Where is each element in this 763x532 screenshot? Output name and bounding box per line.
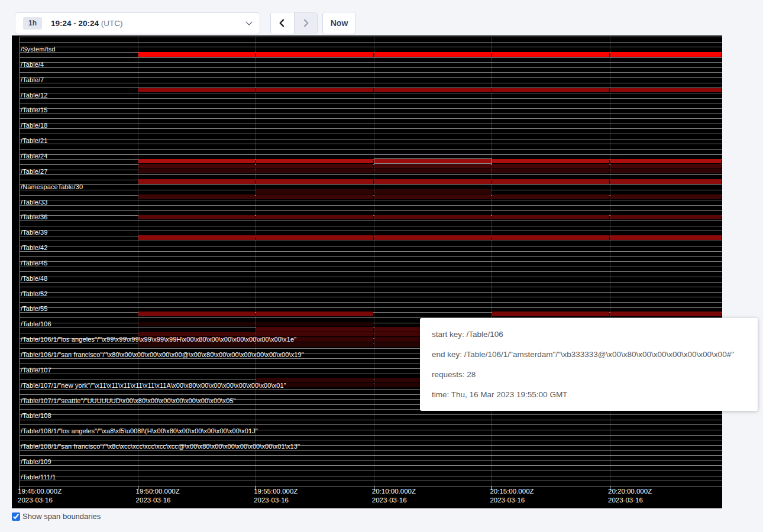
heatmap-band[interactable] bbox=[256, 322, 373, 327]
prev-time-button[interactable] bbox=[271, 12, 294, 34]
next-time-button[interactable] bbox=[294, 12, 318, 34]
heatmap-band[interactable] bbox=[492, 312, 609, 316]
heatmap-band[interactable] bbox=[138, 52, 256, 57]
heatmap-cell-highlighted[interactable] bbox=[374, 158, 493, 164]
chevron-right-icon bbox=[301, 18, 311, 28]
heatmap-band[interactable] bbox=[138, 164, 256, 168]
x-axis-date-label: 2023-03-16 bbox=[490, 497, 525, 504]
heatmap-band[interactable] bbox=[610, 235, 722, 240]
heatmap-band[interactable] bbox=[256, 327, 373, 332]
row-label: /Table/15 bbox=[21, 106, 48, 113]
span-boundary-line bbox=[20, 246, 722, 246]
heatmap-band[interactable] bbox=[610, 52, 722, 57]
heatmap-band[interactable] bbox=[138, 322, 256, 327]
heatmap-band[interactable] bbox=[610, 164, 722, 168]
row-label: /Table/107/1/"new york"/"\x11\x11\x11\x1… bbox=[21, 382, 286, 389]
heatmap-band[interactable] bbox=[374, 169, 492, 174]
span-boundary-line bbox=[20, 481, 722, 481]
span-boundary-line bbox=[20, 450, 722, 451]
heatmap-band[interactable] bbox=[492, 52, 609, 57]
row-label: /NamespaceTable/30 bbox=[21, 183, 83, 190]
range-time-text: 19:24 - 20:24 bbox=[51, 19, 99, 28]
heatmap-band[interactable] bbox=[492, 164, 609, 168]
heatmap-band[interactable] bbox=[374, 215, 492, 220]
heatmap-band[interactable] bbox=[610, 312, 722, 316]
span-boundary-line bbox=[20, 486, 722, 486]
span-boundary-line bbox=[20, 251, 722, 252]
heatmap-band[interactable] bbox=[138, 179, 256, 184]
span-boundary-line bbox=[20, 241, 722, 241]
span-boundary-line bbox=[20, 261, 722, 262]
tooltip-start-key: start key: /Table/106 bbox=[432, 325, 746, 345]
span-boundary-line bbox=[20, 144, 722, 144]
heatmap-band[interactable] bbox=[256, 169, 373, 174]
key-visualizer-canvas[interactable]: /System/tsd/Table/4/Table/7/Table/12/Tab… bbox=[12, 35, 722, 508]
show-span-boundaries-checkbox[interactable] bbox=[12, 512, 20, 521]
x-axis-date-label: 2023-03-16 bbox=[372, 497, 407, 504]
heatmap-band[interactable] bbox=[374, 179, 492, 184]
heatmap-band[interactable] bbox=[374, 88, 492, 93]
heatmap-band[interactable] bbox=[374, 52, 492, 57]
heatmap-band[interactable] bbox=[492, 159, 609, 164]
span-boundary-line bbox=[20, 226, 722, 226]
heatmap-band[interactable] bbox=[374, 194, 492, 199]
span-boundary-line bbox=[20, 154, 722, 155]
heatmap-band[interactable] bbox=[256, 159, 373, 164]
heatmap-band[interactable] bbox=[492, 169, 609, 174]
heatmap-band[interactable] bbox=[610, 215, 722, 220]
show-span-boundaries-control[interactable]: Show span boundaries bbox=[12, 512, 101, 521]
heatmap-band[interactable] bbox=[138, 169, 256, 174]
heatmap-band[interactable] bbox=[256, 189, 373, 194]
heatmap-band[interactable] bbox=[138, 88, 256, 93]
heatmap-band[interactable] bbox=[256, 164, 373, 168]
heatmap-band[interactable] bbox=[492, 215, 609, 220]
heatmap-band[interactable] bbox=[610, 169, 722, 174]
heatmap-band[interactable] bbox=[610, 159, 722, 164]
x-axis-time-label: 20:15:00.000Z bbox=[490, 488, 534, 495]
heatmap-band[interactable] bbox=[256, 52, 373, 57]
heatmap-band[interactable] bbox=[492, 235, 609, 240]
heatmap-band[interactable] bbox=[492, 194, 609, 199]
heatmap-band[interactable] bbox=[492, 179, 609, 184]
span-boundary-line bbox=[20, 460, 722, 461]
row-label: /Table/42 bbox=[21, 244, 48, 251]
heatmap-band[interactable] bbox=[256, 215, 373, 220]
heatmap-band[interactable] bbox=[374, 235, 492, 240]
heatmap-band[interactable] bbox=[374, 189, 492, 194]
hover-tooltip: start key: /Table/106 end key: /Table/10… bbox=[420, 318, 758, 411]
span-boundary-line bbox=[20, 118, 722, 119]
span-boundary-line bbox=[20, 455, 722, 456]
x-axis-date-label: 2023-03-16 bbox=[608, 497, 643, 504]
span-boundary-line bbox=[20, 72, 722, 73]
heatmap-band[interactable] bbox=[138, 215, 256, 220]
span-boundary-line bbox=[20, 37, 722, 37]
span-boundary-line bbox=[20, 307, 722, 308]
span-boundary-line bbox=[20, 476, 722, 476]
heatmap-band[interactable] bbox=[374, 164, 492, 168]
heatmap-band[interactable] bbox=[138, 235, 256, 240]
row-label: /Table/48 bbox=[21, 275, 48, 282]
heatmap-band[interactable] bbox=[256, 88, 373, 93]
heatmap-band[interactable] bbox=[610, 194, 722, 199]
heatmap-band[interactable] bbox=[610, 179, 722, 184]
heatmap-band[interactable] bbox=[492, 88, 609, 93]
span-boundary-line bbox=[20, 98, 722, 99]
tooltip-time: time: Thu, 16 Mar 2023 19:55:00 GMT bbox=[432, 385, 746, 405]
heatmap-band[interactable] bbox=[138, 194, 256, 199]
heatmap-band[interactable] bbox=[256, 235, 373, 240]
now-button[interactable]: Now bbox=[322, 12, 356, 34]
heatmap-band[interactable] bbox=[138, 159, 256, 164]
row-label: /Table/45 bbox=[21, 259, 48, 267]
x-axis-date-label: 2023-03-16 bbox=[136, 497, 171, 504]
span-boundary-line bbox=[20, 297, 722, 297]
time-range-selector[interactable]: 1h 19:24 - 20:24 (UTC) bbox=[15, 12, 260, 34]
heatmap-band[interactable] bbox=[610, 88, 722, 93]
heatmap-band[interactable] bbox=[256, 194, 373, 199]
heatmap-band[interactable] bbox=[256, 312, 373, 316]
span-boundary-line bbox=[20, 256, 722, 257]
row-label: /Table/36 bbox=[21, 213, 48, 220]
span-boundary-line bbox=[20, 184, 722, 185]
heatmap-band[interactable] bbox=[138, 312, 256, 316]
x-axis-date-label: 2023-03-16 bbox=[254, 497, 289, 504]
heatmap-band[interactable] bbox=[256, 179, 373, 184]
